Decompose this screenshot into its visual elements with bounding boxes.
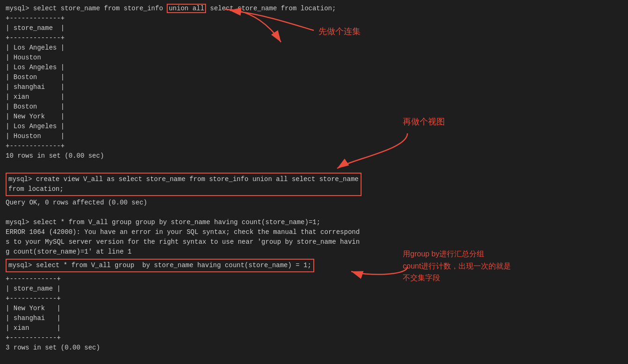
table-row: | Houston <box>6 53 622 63</box>
create-view-line1: mysql> create view V_all as select store… <box>8 175 359 184</box>
cmd-line-1: mysql> select store_name from store_info… <box>6 4 622 14</box>
blank-line <box>6 353 622 363</box>
table-row: | Houston | <box>6 131 622 141</box>
table2-row: | shanghai | <box>6 313 622 323</box>
create-view-block: mysql> create view V_all as select store… <box>6 173 362 196</box>
error-line3: g count(store_name)=1' at line 1 <box>6 247 622 257</box>
error-line1: ERROR 1064 (42000): You have an error in… <box>6 227 622 237</box>
result-info2: 3 rows in set (0.00 sec) <box>6 343 622 353</box>
annotation-groupby: 用group by进行汇总分组 count进行计数，出现一次的就是 不交集字段 <box>403 248 511 284</box>
table2-row: | xian | <box>6 323 622 333</box>
create-view-line2: from location; <box>8 184 359 194</box>
terminal: mysql> select store_name from store_info… <box>0 0 628 364</box>
annotation-view: 再做个视图 <box>403 116 445 127</box>
table2-sep: +------------+ <box>6 294 622 304</box>
table2-row: | New York | <box>6 304 622 313</box>
table-sep: +-------------+ <box>6 141 622 151</box>
table-row: | Los Angeles | <box>6 122 622 131</box>
table-row: | Boston | <box>6 73 622 82</box>
table-row: | Boston | <box>6 102 622 112</box>
annotation-union: 先做个连集 <box>318 26 361 37</box>
table-row: | Los Angeles | <box>6 63 622 73</box>
table-sep: +-------------+ <box>6 33 622 43</box>
correct-query-line: mysql> select * from V_all group by stor… <box>8 261 311 270</box>
table-row: | shanghai | <box>6 82 622 92</box>
table-header: | store_name | <box>6 23 622 33</box>
result-info: 10 rows in set (0.00 sec) <box>6 151 622 161</box>
table-sep: +-------------+ <box>6 14 622 23</box>
table-row: | xian | <box>6 92 622 102</box>
error-cmd: mysql> select * from V_all group group b… <box>6 218 622 227</box>
correct-query-block: mysql> select * from V_all group by stor… <box>6 259 314 272</box>
error-line2: s to your MySQL server version for the r… <box>6 237 622 247</box>
table2-sep: +------------+ <box>6 333 622 343</box>
table2-sep: +------------+ <box>6 274 622 284</box>
table-row: | Los Angeles | <box>6 43 622 53</box>
table2-header: | store_name | <box>6 284 622 294</box>
query-ok: Query OK, 0 rows affected (0.00 sec) <box>6 198 622 208</box>
blank-line <box>6 161 622 171</box>
union-all-highlight: union all <box>167 4 206 13</box>
blank-line <box>6 208 622 218</box>
table-row: | New York | <box>6 112 622 122</box>
